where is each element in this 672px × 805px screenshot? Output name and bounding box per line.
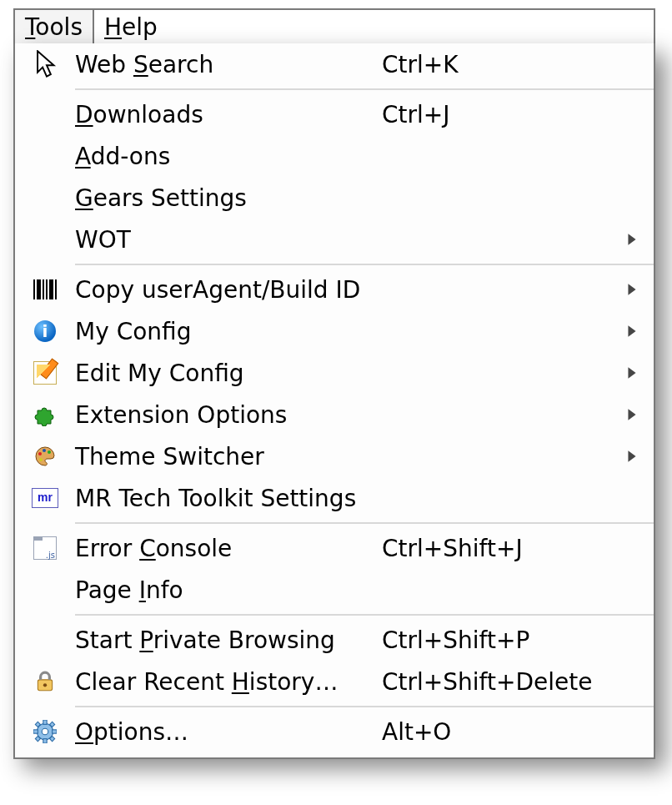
menubar-tools-u: T (25, 13, 35, 41)
svg-point-5 (43, 683, 47, 687)
menu-my-config[interactable]: i My Config (15, 310, 654, 352)
menubar-help-u: H (104, 13, 122, 41)
shortcut-label: Ctrl+Shift+J (382, 535, 523, 562)
menu-separator (75, 264, 654, 265)
menu-options[interactable]: Options… Alt+O (15, 711, 654, 752)
svg-point-7 (42, 728, 48, 735)
menu-edit-my-config[interactable]: Edit My Config (15, 352, 654, 394)
svg-point-1 (43, 449, 46, 452)
info-icon: i (15, 320, 75, 342)
svg-point-2 (48, 450, 51, 454)
menu-downloads[interactable]: Downloads Ctrl+J (15, 93, 654, 135)
edit-icon (15, 361, 75, 385)
menubar-help[interactable]: Help (94, 10, 168, 45)
svg-rect-11 (53, 730, 57, 733)
menu-gears-settings[interactable]: Gears Settings (15, 177, 654, 219)
menu-separator (75, 88, 654, 90)
submenu-arrow-icon (620, 325, 637, 338)
shortcut-label: Ctrl+Shift+P (382, 626, 529, 654)
menu-copy-useragent[interactable]: Copy userAgent/Build ID (15, 269, 654, 310)
menu-separator (75, 614, 654, 616)
menubar-help-post: elp (122, 13, 158, 41)
tools-dropdown: Web Search Ctrl+K Downloads Ctrl+J Add-o… (13, 43, 655, 759)
menubar-tools-post: ools (35, 13, 83, 41)
mr-icon: mr (15, 488, 75, 508)
cursor-icon (35, 50, 58, 78)
svg-rect-8 (43, 720, 47, 724)
menu-theme-switcher[interactable]: Theme Switcher (15, 435, 654, 477)
gear-icon (15, 720, 75, 743)
svg-rect-9 (43, 739, 47, 743)
shortcut-label: Ctrl+K (382, 51, 459, 78)
menu-extension-options[interactable]: Extension Options (15, 394, 654, 435)
menu-clear-recent-history[interactable]: Clear Recent History… Ctrl+Shift+Delete (15, 661, 654, 702)
barcode-icon (15, 279, 75, 299)
menu-addons[interactable]: Add-ons (15, 135, 654, 177)
puzzle-icon (15, 403, 75, 426)
menubar: Tools Help (13, 8, 655, 45)
shortcut-label: Ctrl+Shift+Delete (382, 668, 592, 696)
submenu-arrow-icon (620, 366, 637, 380)
menu-wot[interactable]: WOT (15, 219, 654, 260)
menubar-tools[interactable]: Tools (15, 10, 94, 45)
script-icon (15, 536, 75, 560)
menu-separator (75, 706, 654, 707)
menu-page-info[interactable]: Page Info (15, 569, 654, 611)
menu-web-search[interactable]: Web Search Ctrl+K (15, 43, 654, 85)
palette-icon (15, 445, 75, 468)
menu-mrtech-toolkit[interactable]: mr MR Tech Toolkit Settings (15, 477, 654, 519)
submenu-arrow-icon (620, 233, 637, 246)
menu-start-private-browsing[interactable]: Start Private Browsing Ctrl+Shift+P (15, 619, 654, 661)
shortcut-label: Ctrl+J (382, 101, 450, 128)
menu-error-console[interactable]: Error Console Ctrl+Shift+J (15, 527, 654, 569)
lock-icon (15, 670, 75, 693)
submenu-arrow-icon (620, 408, 637, 421)
svg-point-0 (38, 452, 42, 455)
submenu-arrow-icon (620, 450, 637, 463)
svg-point-3 (39, 458, 43, 461)
menu-separator (75, 522, 654, 524)
submenu-arrow-icon (620, 283, 637, 296)
svg-rect-10 (33, 730, 38, 733)
shortcut-label: Alt+O (382, 718, 451, 746)
